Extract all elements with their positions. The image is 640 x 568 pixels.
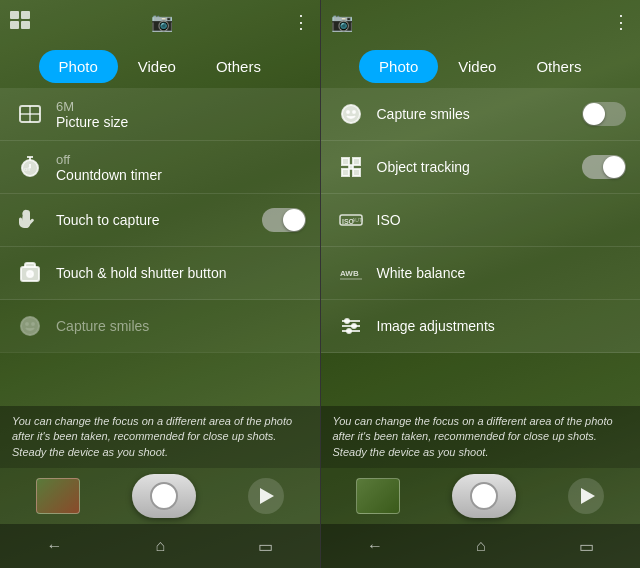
right-bottom-info: You can change the focus on a different … (321, 406, 641, 468)
svg-rect-3 (21, 21, 30, 29)
right-video-button[interactable] (568, 478, 604, 514)
tracking-icon (335, 151, 367, 183)
hold-shutter-label: Touch & hold shutter button (56, 265, 306, 281)
right-camera-icon[interactable]: 📷 (331, 11, 353, 33)
countdown-col: off Countdown timer (56, 152, 306, 183)
left-tab-video[interactable]: Video (118, 50, 196, 83)
svg-rect-2 (10, 21, 19, 29)
left-panel: 📷 ⋮ Photo Video Others 6M Picture size (0, 0, 320, 568)
left-home-button[interactable]: ⌂ (155, 537, 165, 555)
capture-smiles-knob (583, 103, 605, 125)
touch-capture-toggle[interactable] (262, 208, 306, 232)
left-setting-countdown[interactable]: off off Countdown timer (0, 141, 320, 194)
right-tab-others[interactable]: Others (516, 50, 601, 83)
svg-point-13 (27, 271, 33, 277)
iso-label: ISO (377, 212, 627, 228)
svg-point-18 (347, 111, 349, 113)
svg-rect-1 (21, 11, 30, 19)
countdown-value: off (56, 152, 300, 167)
right-info-text: You can change the focus on a different … (333, 414, 629, 460)
right-video-icon (581, 488, 595, 504)
svg-rect-23 (353, 169, 360, 176)
object-tracking-toggle[interactable] (582, 155, 626, 179)
picture-size-label: Picture size (56, 114, 306, 130)
shutter-icon (14, 257, 46, 289)
touch-icon (14, 204, 46, 236)
svg-rect-0 (10, 11, 19, 19)
left-bottom-info: You can change the focus on a different … (0, 406, 320, 468)
left-setting-capture-smiles[interactable]: Capture smiles (0, 300, 320, 353)
right-tab-photo[interactable]: Photo (359, 50, 438, 83)
right-setting-image-adjustments[interactable]: Image adjustments (321, 300, 641, 353)
svg-point-19 (353, 111, 355, 113)
svg-point-15 (26, 323, 28, 325)
adjust-icon (335, 310, 367, 342)
left-more-icon[interactable]: ⋮ (292, 11, 310, 33)
resolution-icon (14, 98, 46, 130)
svg-text:AWB: AWB (340, 269, 359, 278)
left-bottom-controls (0, 468, 320, 524)
left-nav-bar: ← ⌂ ▭ (0, 524, 320, 568)
right-home-button[interactable]: ⌂ (476, 537, 486, 555)
smile-icon-right (335, 98, 367, 130)
right-panel: 📷 ⋮ Photo Video Others Capture smiles (321, 0, 641, 568)
countdown-label: Countdown timer (56, 167, 306, 183)
panel-divider (320, 0, 321, 568)
right-tabs: Photo Video Others (321, 44, 641, 88)
left-tab-photo[interactable]: Photo (39, 50, 118, 83)
timer-icon: off (14, 151, 46, 183)
object-tracking-knob (603, 156, 625, 178)
left-recent-button[interactable]: ▭ (258, 537, 273, 556)
left-shutter-button[interactable] (132, 474, 196, 518)
left-info-text: You can change the focus on a different … (12, 414, 308, 460)
svg-point-17 (342, 105, 360, 123)
svg-point-14 (21, 317, 39, 335)
left-thumbnail[interactable] (36, 478, 80, 514)
object-tracking-label: Object tracking (377, 159, 583, 175)
smile-icon-left (14, 310, 46, 342)
right-setting-capture-smiles[interactable]: Capture smiles (321, 88, 641, 141)
right-recent-button[interactable]: ▭ (579, 537, 594, 556)
left-setting-hold-shutter[interactable]: Touch & hold shutter button (0, 247, 320, 300)
left-back-button[interactable]: ← (46, 537, 62, 555)
right-setting-object-tracking[interactable]: Object tracking (321, 141, 641, 194)
svg-point-24 (349, 165, 353, 169)
touch-capture-label: Touch to capture (56, 212, 262, 228)
right-thumbnail[interactable] (356, 478, 400, 514)
svg-point-33 (345, 319, 349, 323)
right-bottom-controls (321, 468, 641, 524)
svg-point-34 (352, 324, 356, 328)
right-setting-white-balance[interactable]: AWB White balance (321, 247, 641, 300)
right-shutter-inner (470, 482, 498, 510)
left-tab-others[interactable]: Others (196, 50, 281, 83)
right-back-button[interactable]: ← (367, 537, 383, 555)
left-setting-picture-size[interactable]: 6M Picture size (0, 88, 320, 141)
wb-icon: AWB (335, 257, 367, 289)
right-more-icon[interactable]: ⋮ (612, 11, 630, 33)
left-camera-icon[interactable]: 📷 (151, 11, 173, 33)
right-shutter-button[interactable] (452, 474, 516, 518)
svg-rect-20 (342, 158, 349, 165)
left-shutter-inner (150, 482, 178, 510)
capture-smiles-label-right: Capture smiles (377, 106, 583, 122)
picture-size-value: 6M (56, 99, 300, 114)
right-settings-list: Capture smiles Object tracking (321, 88, 641, 353)
left-video-icon (260, 488, 274, 504)
svg-point-16 (32, 323, 34, 325)
svg-point-35 (347, 329, 351, 333)
svg-rect-21 (353, 158, 360, 165)
touch-capture-knob (283, 209, 305, 231)
right-top-bar: 📷 ⋮ (321, 0, 641, 44)
right-setting-iso[interactable]: ISO AUTO ISO (321, 194, 641, 247)
white-balance-label: White balance (377, 265, 627, 281)
picture-size-col: 6M Picture size (56, 99, 306, 130)
left-top-bar: 📷 ⋮ (0, 0, 320, 44)
capture-smiles-label-left: Capture smiles (56, 318, 306, 334)
left-setting-touch-capture[interactable]: Touch to capture (0, 194, 320, 247)
right-tab-video[interactable]: Video (438, 50, 516, 83)
left-settings-list: 6M Picture size off off Countdown timer (0, 88, 320, 353)
left-video-button[interactable] (248, 478, 284, 514)
left-tabs: Photo Video Others (0, 44, 320, 88)
capture-smiles-toggle[interactable] (582, 102, 626, 126)
left-gallery-icon[interactable] (10, 11, 32, 34)
